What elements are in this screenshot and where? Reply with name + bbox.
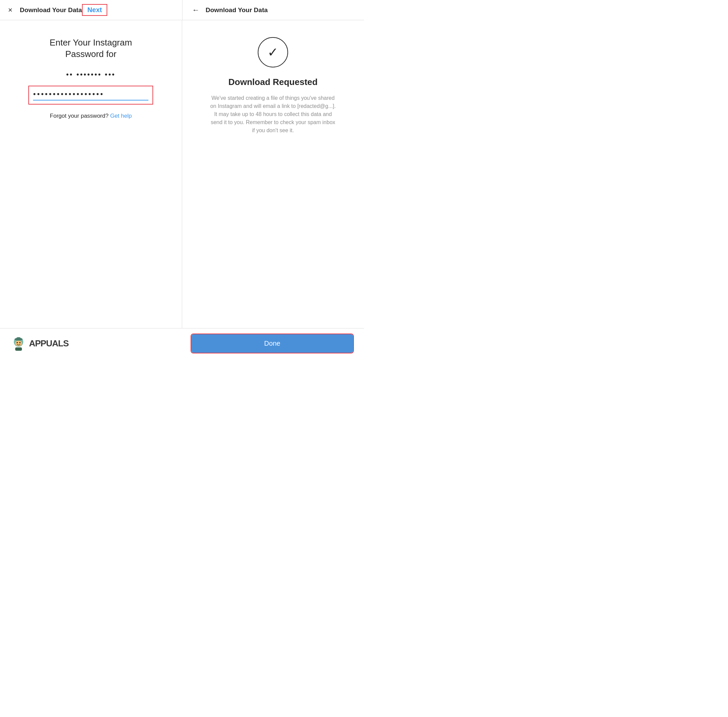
password-input[interactable] xyxy=(33,90,148,101)
username-dots: •• ••••••• ••• xyxy=(66,70,116,79)
next-button[interactable]: Next xyxy=(82,4,107,16)
header-left: × Download Your Data Next xyxy=(0,4,182,16)
appuals-logo-icon xyxy=(10,335,27,352)
left-panel: Enter Your Instagram Password for •• •••… xyxy=(0,20,182,328)
appuals-logo: APPUALS xyxy=(10,335,69,352)
get-help-link[interactable]: Get help xyxy=(110,113,131,119)
header-title-right: Download Your Data xyxy=(206,6,268,14)
right-panel: ✓ Download Requested We've started creat… xyxy=(182,20,364,328)
footer: APPUALS Done xyxy=(0,328,364,358)
forgot-label: Forgot your password? xyxy=(50,113,108,119)
svg-rect-5 xyxy=(17,337,20,340)
svg-point-2 xyxy=(17,342,18,343)
check-circle: ✓ xyxy=(258,37,288,67)
main-content: Enter Your Instagram Password for •• •••… xyxy=(0,20,364,328)
download-requested-title: Download Requested xyxy=(228,77,317,87)
check-icon: ✓ xyxy=(267,46,278,59)
header-divider xyxy=(182,0,183,20)
download-requested-desc: We've started creating a file of things … xyxy=(209,94,337,134)
back-button[interactable]: ← xyxy=(192,6,200,14)
svg-point-3 xyxy=(19,342,21,343)
heading-line2: Password for xyxy=(65,49,116,59)
appuals-logo-text: APPUALS xyxy=(29,338,69,349)
app-container: × Download Your Data Next ← Download You… xyxy=(0,0,364,358)
forgot-password-text: Forgot your password? Get help xyxy=(50,113,132,119)
done-button[interactable]: Done xyxy=(191,334,353,353)
password-field-wrapper xyxy=(28,85,153,105)
header: × Download Your Data Next ← Download You… xyxy=(0,0,364,20)
svg-rect-6 xyxy=(15,347,22,351)
panel-heading: Enter Your Instagram Password for xyxy=(50,37,132,60)
done-button-wrapper: Done xyxy=(191,334,354,354)
header-right: ← Download Your Data xyxy=(182,6,364,14)
header-title-left: Download Your Data xyxy=(20,6,82,14)
heading-line1: Enter Your Instagram xyxy=(50,37,132,47)
close-button[interactable]: × xyxy=(7,5,14,15)
